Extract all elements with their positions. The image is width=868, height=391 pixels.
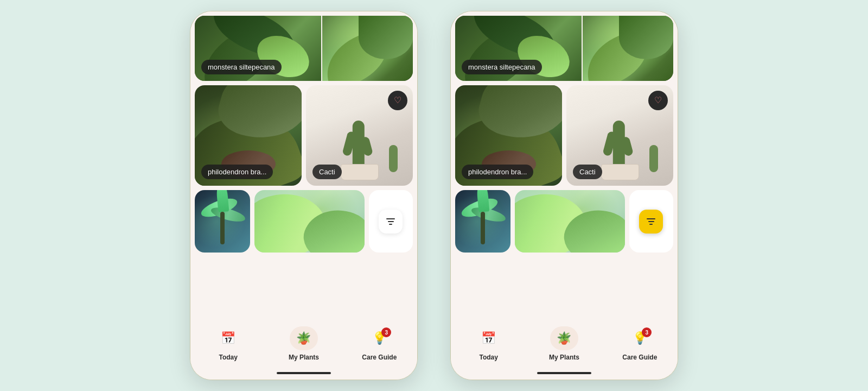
plant-grid-2: monstera siltepecana philodendron bra...… [451,11,678,320]
cacti-pot [341,164,379,180]
dracaena-card[interactable] [195,190,250,253]
monstera-card[interactable]: monstera siltepecana [195,16,413,81]
monstera-card-2[interactable]: monstera siltepecana [455,16,673,81]
nav-myplants-icon-wrap-2: 🪴 [550,326,578,350]
cacti-pot-2 [601,164,639,180]
cactus-small-2 [649,145,658,172]
cacti-card-2[interactable]: ♡ Cacti [566,85,673,186]
cacti-label-2: Cacti [573,165,602,179]
nav-today-label-1: Today [219,354,237,361]
bottom-nav-2: 📅 Today 🪴 My Plants 💡 3 Care Guide [451,320,678,380]
nav-today-1[interactable]: 📅 Today [190,326,266,361]
row-1: monstera siltepecana [195,16,413,81]
philodendron-card[interactable]: philodendron bra... [195,85,302,186]
cactus-tall [352,121,364,169]
nav-myplants-icon-wrap-1: 🪴 [290,326,318,350]
nav-careguide-label-1: Care Guide [362,354,397,361]
filter-card-2 [629,190,673,253]
tropical-card[interactable] [254,190,365,253]
filter-icon-2 [647,218,655,225]
nav-careguide-2[interactable]: 💡 3 Care Guide [602,326,678,361]
row-2-2: philodendron bra... ♡ Cacti [455,85,673,186]
monstera-right-2 [582,16,673,81]
philodendron-label: philodendron bra... [201,165,273,179]
nav-today-icon-wrap-2: 📅 [475,326,503,350]
cactus-small [389,145,398,172]
nav-today-label-2: Today [479,354,497,361]
filter-button-2[interactable] [639,210,663,234]
heart-button-2[interactable]: ♡ [648,91,668,110]
plant-icon-2: 🪴 [557,331,571,345]
filter-icon-1 [386,218,395,225]
nav-myplants-label-1: My Plants [289,354,319,361]
nav-today-icon-wrap-1: 📅 [214,326,242,350]
nav-careguide-label-2: Care Guide [622,354,657,361]
nav-careguide-1[interactable]: 💡 3 Care Guide [342,326,417,361]
nav-myplants-label-2: My Plants [549,354,579,361]
calendar-icon-2: 📅 [481,331,496,345]
bottom-nav-1: 📅 Today 🪴 My Plants 💡 3 Care Guide [190,320,417,380]
philodendron-card-2[interactable]: philodendron bra... [455,85,562,186]
monstera-right [321,16,413,81]
calendar-icon-1: 📅 [221,331,235,345]
home-indicator-1 [277,372,331,374]
care-guide-badge-1: 3 [381,327,391,337]
heart-icon-1: ♡ [394,96,401,105]
heart-button-1[interactable]: ♡ [388,91,407,110]
phone-2: monstera siltepecana philodendron bra...… [450,11,678,380]
plant-grid-1: monstera siltepecana philodendron bra...… [190,11,417,320]
tropical-card-2[interactable] [515,190,625,253]
nav-today-2[interactable]: 📅 Today [451,326,526,361]
plant-icon-1: 🪴 [296,331,311,345]
nav-careguide-icon-wrap-2: 💡 3 [626,326,654,350]
nav-careguide-icon-wrap-1: 💡 3 [365,326,393,350]
monstera-label-2: monstera siltepecana [462,60,542,74]
row-3 [195,190,413,253]
philodendron-label-2: philodendron bra... [462,165,533,179]
row-2: philodendron bra... ♡ Cacti [195,85,413,186]
cacti-label: Cacti [312,165,342,179]
nav-myplants-2[interactable]: 🪴 My Plants [526,326,602,361]
cacti-card[interactable]: ♡ Cacti [306,85,413,186]
phone-1: monstera siltepecana philodendron bra...… [190,11,418,380]
row-1-2: monstera siltepecana [455,16,673,81]
care-guide-badge-2: 3 [642,327,652,337]
monstera-label: monstera siltepecana [201,60,282,74]
filter-button-1[interactable] [379,210,403,234]
row-3-2 [455,190,673,253]
home-indicator-2 [537,372,591,374]
cactus-tall-2 [612,121,624,169]
nav-myplants-1[interactable]: 🪴 My Plants [266,326,341,361]
filter-card [369,190,413,253]
heart-icon-2: ♡ [654,96,662,105]
dracaena-card-2[interactable] [455,190,510,253]
